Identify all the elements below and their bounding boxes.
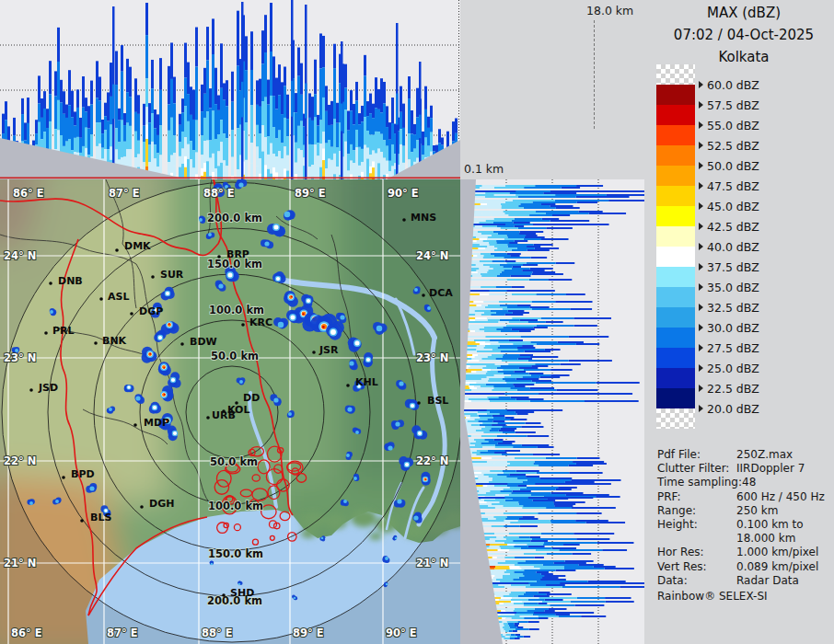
station-name: Kolkata: [654, 48, 834, 66]
color-scale-label: 22.5 dBZ: [699, 382, 759, 395]
metadata-label: PRF:: [657, 490, 736, 504]
color-scale-label: 25.0 dBZ: [699, 362, 759, 374]
metadata-row: Clutter Filter:IIRDoppler 7: [657, 462, 832, 476]
svg-text:23° N: 23° N: [4, 351, 36, 364]
color-scale-swatch: [656, 166, 695, 186]
metadata-row: Height:0.100 km to: [657, 518, 832, 532]
svg-text:88° E: 88° E: [202, 627, 233, 639]
color-scale-swatch: [656, 287, 695, 307]
station-label: KRC: [249, 316, 272, 328]
station-label: BSL: [427, 395, 448, 407]
radar-display-window: 200.0 km150.0 km100.0 km50.0 km50.0 km10…: [0, 0, 834, 644]
product-title: MAX (dBZ): [654, 4, 834, 22]
svg-text:87° E: 87° E: [107, 627, 138, 639]
color-scale-swatch: [656, 368, 695, 388]
station-dot: [99, 297, 103, 301]
station-dot: [94, 341, 98, 345]
metadata-row: Hor Res:1.000 km/pixel: [657, 546, 832, 559]
scale-tick-arrow-icon: [699, 324, 703, 331]
color-scale-swatch: [656, 186, 695, 206]
color-scale-swatch: [656, 85, 695, 105]
station-dot: [312, 351, 316, 354]
svg-text:150.0 km: 150.0 km: [208, 547, 263, 560]
color-scale-swatch: [656, 408, 695, 429]
svg-text:87° E: 87° E: [109, 187, 140, 200]
svg-text:200.0 km: 200.0 km: [207, 212, 262, 224]
station-label: SUR: [160, 269, 184, 281]
station-dot: [140, 505, 144, 509]
legend-panel: MAX (dBZ) 07:02 / 04-Oct-2025 Kolkata 60…: [654, 0, 834, 644]
scale-tick-arrow-icon: [699, 101, 703, 109]
color-scale-label: 60.0 dBZ: [699, 78, 759, 91]
color-scale-swatch: [656, 105, 695, 125]
height-axis-min-label: 0.1 km: [464, 162, 504, 176]
metadata-label: Range:: [657, 504, 736, 518]
scale-tick-arrow-icon: [699, 263, 703, 270]
svg-text:21° N: 21° N: [4, 557, 36, 569]
station-dot: [44, 331, 48, 335]
scale-tick-arrow-icon: [699, 182, 703, 190]
metadata-value: 48: [742, 476, 756, 489]
color-scale-label: 35.0 dBZ: [699, 281, 759, 293]
svg-text:23° N: 23° N: [416, 351, 448, 364]
max-height-profile-top-panel: [0, 0, 460, 179]
station-label: BPD: [71, 468, 95, 480]
metadata-rows: Pdf File:250Z.maxClutter Filter:IIRDoppl…: [657, 448, 832, 588]
scale-tick-arrow-icon: [699, 283, 703, 291]
metadata-row: Vert Res:0.089 km/pixel: [657, 560, 832, 574]
station-dot: [217, 255, 221, 259]
station-label: BDW: [190, 336, 217, 348]
metadata-value: 0.100 km to: [736, 518, 804, 531]
metadata-value: 1.000 km/pixel: [736, 546, 818, 558]
station-dot: [151, 275, 155, 279]
station-label: URB: [212, 409, 236, 421]
metadata-label: Time sampling:: [657, 476, 742, 489]
scale-tick-arrow-icon: [699, 81, 703, 88]
color-scale-swatch: [656, 145, 695, 166]
station-label: DNB: [58, 275, 83, 287]
metadata-label: Hor Res:: [657, 546, 736, 559]
metadata-value: 250 km: [736, 504, 778, 517]
station-label: BLS: [90, 512, 111, 523]
station-dot: [130, 312, 133, 316]
radar-map-panel: 200.0 km150.0 km100.0 km50.0 km50.0 km10…: [0, 179, 460, 644]
svg-text:100.0 km: 100.0 km: [209, 304, 264, 316]
color-scale-swatch: [656, 125, 695, 145]
metadata-value: Radar Data: [736, 574, 799, 587]
station-label: DCA: [429, 287, 453, 299]
scale-tick-arrow-icon: [699, 364, 703, 372]
station-dot: [115, 248, 119, 252]
scale-tick-arrow-icon: [699, 405, 703, 412]
svg-text:89° E: 89° E: [295, 187, 326, 200]
station-dot: [346, 384, 350, 387]
station-label: DGH: [149, 498, 174, 510]
color-scale-swatch: [656, 206, 695, 226]
scale-tick-arrow-icon: [699, 243, 703, 250]
color-scale-label: 45.0 dBZ: [699, 200, 759, 213]
metadata-label: Vert Res:: [657, 560, 736, 574]
station-label: BNK: [102, 335, 127, 347]
color-scale-label: 40.0 dBZ: [699, 240, 759, 253]
scale-tick-arrow-icon: [699, 223, 703, 230]
metadata-label: Height:: [657, 518, 736, 532]
station-label: SHD: [230, 587, 254, 599]
svg-text:21° N: 21° N: [416, 557, 448, 569]
metadata-label: Clutter Filter:: [657, 462, 736, 476]
station-label: DMK: [124, 240, 151, 252]
timestamp: 07:02 / 04-Oct-2025: [654, 26, 834, 44]
metadata-row: 18.000 km: [657, 532, 832, 546]
station-dot: [29, 388, 33, 392]
station-dot: [206, 416, 210, 420]
color-scale-swatch: [656, 348, 695, 368]
metadata-value: 18.000 km: [736, 532, 795, 545]
svg-text:22° N: 22° N: [416, 454, 448, 467]
scale-tick-arrow-icon: [699, 142, 703, 149]
station-dot: [133, 423, 137, 427]
metadata-row: Data:Radar Data: [657, 574, 832, 588]
station-label: MDP: [144, 417, 169, 429]
metadata-value: 600 Hz / 450 Hz: [736, 490, 825, 503]
color-scale-label: 57.5 dBZ: [699, 98, 759, 111]
scale-tick-arrow-icon: [699, 202, 703, 210]
station-label: JSR: [319, 344, 339, 356]
station-label: KHL: [355, 376, 378, 388]
